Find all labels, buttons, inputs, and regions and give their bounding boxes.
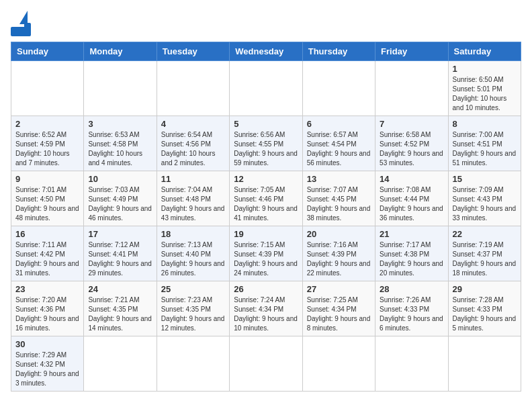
day-number: 1 [453, 64, 517, 74]
calendar-cell [302, 61, 375, 116]
day-number: 11 [161, 174, 225, 184]
day-number: 18 [161, 229, 225, 239]
day-info: Sunrise: 7:12 AM Sunset: 4:41 PM Dayligh… [88, 240, 152, 278]
logo [11, 11, 36, 36]
calendar-cell [375, 61, 448, 116]
calendar-cell: 27Sunrise: 7:25 AM Sunset: 4:34 PM Dayli… [302, 281, 375, 336]
calendar-cell: 9Sunrise: 7:01 AM Sunset: 4:50 PM Daylig… [11, 171, 84, 226]
weekday-header-row: SundayMondayTuesdayWednesdayThursdayFrid… [11, 42, 521, 61]
calendar-cell: 4Sunrise: 6:54 AM Sunset: 4:56 PM Daylig… [157, 116, 229, 171]
day-info: Sunrise: 6:54 AM Sunset: 4:56 PM Dayligh… [161, 130, 225, 168]
day-info: Sunrise: 7:23 AM Sunset: 4:35 PM Dayligh… [161, 295, 225, 333]
calendar-cell: 5Sunrise: 6:56 AM Sunset: 4:55 PM Daylig… [230, 116, 302, 171]
day-info: Sunrise: 7:01 AM Sunset: 4:50 PM Dayligh… [15, 185, 79, 223]
day-info: Sunrise: 7:28 AM Sunset: 4:33 PM Dayligh… [453, 295, 517, 333]
day-number: 21 [380, 229, 443, 239]
calendar-week-row: 16Sunrise: 7:11 AM Sunset: 4:42 PM Dayli… [11, 226, 521, 281]
day-number: 27 [307, 284, 371, 294]
calendar-cell: 23Sunrise: 7:20 AM Sunset: 4:36 PM Dayli… [11, 281, 84, 336]
calendar-cell [230, 61, 302, 116]
day-info: Sunrise: 7:29 AM Sunset: 4:32 PM Dayligh… [15, 351, 79, 388]
calendar-week-row: 30Sunrise: 7:29 AM Sunset: 4:32 PM Dayli… [11, 336, 521, 392]
day-number: 28 [380, 284, 443, 294]
calendar-cell [302, 336, 375, 392]
day-number: 5 [234, 119, 298, 129]
day-info: Sunrise: 6:58 AM Sunset: 4:52 PM Dayligh… [380, 130, 443, 168]
calendar-cell: 26Sunrise: 7:24 AM Sunset: 4:34 PM Dayli… [230, 281, 302, 336]
day-number: 29 [453, 284, 517, 294]
day-info: Sunrise: 7:00 AM Sunset: 4:51 PM Dayligh… [453, 130, 517, 168]
calendar-cell: 17Sunrise: 7:12 AM Sunset: 4:41 PM Dayli… [84, 226, 157, 281]
day-number: 9 [15, 174, 79, 184]
day-info: Sunrise: 6:50 AM Sunset: 5:01 PM Dayligh… [453, 75, 517, 113]
day-info: Sunrise: 7:19 AM Sunset: 4:37 PM Dayligh… [453, 240, 517, 278]
calendar-cell: 7Sunrise: 6:58 AM Sunset: 4:52 PM Daylig… [375, 116, 448, 171]
calendar-cell: 28Sunrise: 7:26 AM Sunset: 4:33 PM Dayli… [375, 281, 448, 336]
weekday-header-thursday: Thursday [302, 42, 375, 61]
weekday-header-monday: Monday [84, 42, 157, 61]
day-number: 8 [453, 119, 517, 129]
day-info: Sunrise: 7:25 AM Sunset: 4:34 PM Dayligh… [307, 295, 371, 333]
calendar-cell: 15Sunrise: 7:09 AM Sunset: 4:43 PM Dayli… [448, 171, 521, 226]
calendar-cell: 20Sunrise: 7:16 AM Sunset: 4:39 PM Dayli… [302, 226, 375, 281]
day-number: 20 [307, 229, 371, 239]
weekday-header-sunday: Sunday [11, 42, 84, 61]
day-number: 19 [234, 229, 298, 239]
weekday-header-tuesday: Tuesday [157, 42, 229, 61]
calendar-cell: 16Sunrise: 7:11 AM Sunset: 4:42 PM Dayli… [11, 226, 84, 281]
calendar-cell: 6Sunrise: 6:57 AM Sunset: 4:54 PM Daylig… [302, 116, 375, 171]
day-number: 14 [380, 174, 443, 184]
day-info: Sunrise: 6:52 AM Sunset: 4:59 PM Dayligh… [15, 130, 79, 168]
calendar-cell [375, 336, 448, 392]
day-number: 12 [234, 174, 298, 184]
day-info: Sunrise: 7:16 AM Sunset: 4:39 PM Dayligh… [307, 240, 371, 278]
calendar-cell: 11Sunrise: 7:04 AM Sunset: 4:48 PM Dayli… [157, 171, 229, 226]
calendar-cell: 18Sunrise: 7:13 AM Sunset: 4:40 PM Dayli… [157, 226, 229, 281]
weekday-header-wednesday: Wednesday [230, 42, 302, 61]
day-info: Sunrise: 7:09 AM Sunset: 4:43 PM Dayligh… [453, 185, 517, 223]
calendar-cell: 8Sunrise: 7:00 AM Sunset: 4:51 PM Daylig… [448, 116, 521, 171]
day-info: Sunrise: 7:07 AM Sunset: 4:45 PM Dayligh… [307, 185, 371, 223]
day-info: Sunrise: 6:57 AM Sunset: 4:54 PM Dayligh… [307, 130, 371, 168]
page-header [11, 11, 521, 36]
day-number: 13 [307, 174, 371, 184]
calendar-cell: 1Sunrise: 6:50 AM Sunset: 5:01 PM Daylig… [448, 61, 521, 116]
day-info: Sunrise: 7:21 AM Sunset: 4:35 PM Dayligh… [88, 295, 152, 333]
day-info: Sunrise: 7:08 AM Sunset: 4:44 PM Dayligh… [380, 185, 443, 223]
calendar-cell: 12Sunrise: 7:05 AM Sunset: 4:46 PM Dayli… [230, 171, 302, 226]
day-number: 17 [88, 229, 152, 239]
calendar-cell: 3Sunrise: 6:53 AM Sunset: 4:58 PM Daylig… [84, 116, 157, 171]
calendar-cell [11, 61, 84, 116]
calendar-week-row: 1Sunrise: 6:50 AM Sunset: 5:01 PM Daylig… [11, 61, 521, 116]
calendar-week-row: 2Sunrise: 6:52 AM Sunset: 4:59 PM Daylig… [11, 116, 521, 171]
day-info: Sunrise: 7:04 AM Sunset: 4:48 PM Dayligh… [161, 185, 225, 223]
calendar-cell: 22Sunrise: 7:19 AM Sunset: 4:37 PM Dayli… [448, 226, 521, 281]
calendar-cell: 25Sunrise: 7:23 AM Sunset: 4:35 PM Dayli… [157, 281, 229, 336]
calendar-cell: 21Sunrise: 7:17 AM Sunset: 4:38 PM Dayli… [375, 226, 448, 281]
day-number: 25 [161, 284, 225, 294]
calendar-cell: 10Sunrise: 7:03 AM Sunset: 4:49 PM Dayli… [84, 171, 157, 226]
day-number: 4 [161, 119, 225, 129]
day-info: Sunrise: 7:17 AM Sunset: 4:38 PM Dayligh… [380, 240, 443, 278]
weekday-header-saturday: Saturday [448, 42, 521, 61]
calendar-cell: 29Sunrise: 7:28 AM Sunset: 4:33 PM Dayli… [448, 281, 521, 336]
day-info: Sunrise: 7:05 AM Sunset: 4:46 PM Dayligh… [234, 185, 298, 223]
calendar-week-row: 9Sunrise: 7:01 AM Sunset: 4:50 PM Daylig… [11, 171, 521, 226]
day-number: 24 [88, 284, 152, 294]
calendar-cell: 14Sunrise: 7:08 AM Sunset: 4:44 PM Dayli… [375, 171, 448, 226]
day-info: Sunrise: 7:13 AM Sunset: 4:40 PM Dayligh… [161, 240, 225, 278]
calendar-cell: 2Sunrise: 6:52 AM Sunset: 4:59 PM Daylig… [11, 116, 84, 171]
calendar-cell: 30Sunrise: 7:29 AM Sunset: 4:32 PM Dayli… [11, 336, 84, 392]
day-number: 3 [88, 119, 152, 129]
day-info: Sunrise: 7:24 AM Sunset: 4:34 PM Dayligh… [234, 295, 298, 333]
calendar-cell [157, 336, 229, 392]
day-info: Sunrise: 7:26 AM Sunset: 4:33 PM Dayligh… [380, 295, 443, 333]
calendar-cell [84, 336, 157, 392]
calendar-week-row: 23Sunrise: 7:20 AM Sunset: 4:36 PM Dayli… [11, 281, 521, 336]
day-number: 30 [15, 339, 79, 349]
day-info: Sunrise: 7:20 AM Sunset: 4:36 PM Dayligh… [15, 295, 79, 333]
day-number: 15 [453, 174, 517, 184]
day-number: 23 [15, 284, 79, 294]
day-info: Sunrise: 6:53 AM Sunset: 4:58 PM Dayligh… [88, 130, 152, 168]
day-number: 7 [380, 119, 443, 129]
